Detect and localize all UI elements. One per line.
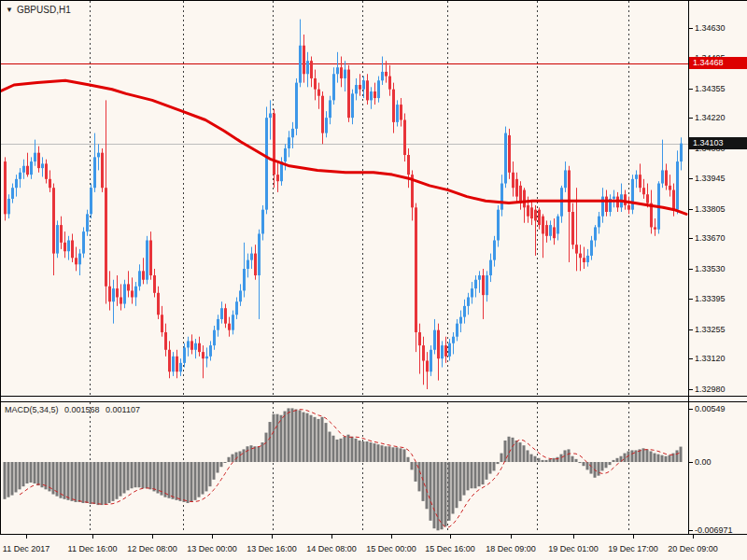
time-axis-label: 15 Dec 16:00 bbox=[425, 544, 475, 553]
macd-axis-label: -0.006971 bbox=[695, 525, 733, 535]
macd-indicator-label: MACD(5,34,5) 0.001568 0.001107 bbox=[5, 405, 144, 414]
time-axis-label: 19 Dec 01:00 bbox=[548, 544, 599, 553]
price-axis-label: 1.33530 bbox=[695, 264, 726, 273]
time-axis-label: 13 Dec 16:00 bbox=[247, 544, 297, 553]
price-axis-label: 1.33805 bbox=[695, 204, 726, 214]
time-axis-label: 20 Dec 09:00 bbox=[668, 544, 718, 553]
time-axis-label: 14 Dec 08:00 bbox=[306, 544, 357, 553]
price-axis-label: 1.34630 bbox=[695, 23, 726, 33]
time-axis-label: 11 Dec 2017 bbox=[3, 544, 49, 553]
time-axis-label: 18 Dec 09:00 bbox=[486, 544, 536, 553]
price-axis-label: 1.33120 bbox=[695, 354, 726, 363]
current-price-tag: 1.34103 bbox=[689, 137, 747, 149]
macd-main-value: 0.001568 bbox=[64, 405, 100, 414]
window-separator-handle[interactable] bbox=[0, 397, 747, 401]
chart-canvas[interactable] bbox=[0, 0, 747, 560]
symbol-timeframe-selector[interactable]: ▼ GBPUSD,H1 bbox=[6, 5, 71, 15]
time-axis-label: 11 Dec 16:00 bbox=[68, 544, 118, 553]
chart-window: ▼ GBPUSD,H1 MACD(5,34,5) 0.001568 0.0011… bbox=[0, 0, 747, 560]
price-axis-label: 1.33395 bbox=[695, 294, 726, 303]
price-axis-label: 1.33945 bbox=[695, 174, 726, 183]
macd-signal-value: 0.001107 bbox=[106, 405, 140, 414]
candlesticks-layer bbox=[4, 20, 683, 389]
macd-signal-line bbox=[20, 410, 681, 527]
price-axis-label: 1.32980 bbox=[695, 385, 726, 394]
macd-axis-label: 0.00 bbox=[695, 457, 712, 467]
price-axis-label: 1.33255 bbox=[695, 325, 726, 334]
resistance-price-tag: 1.34468 bbox=[689, 57, 747, 69]
macd-histogram bbox=[4, 408, 683, 530]
time-axis-label: 19 Dec 17:00 bbox=[608, 544, 658, 553]
macd-indicator-name: MACD(5,34,5) bbox=[5, 405, 59, 414]
time-axis-label: 12 Dec 08:00 bbox=[127, 544, 177, 553]
time-axis-label: 13 Dec 00:00 bbox=[187, 544, 237, 553]
price-axis-label: 1.34220 bbox=[695, 113, 726, 122]
macd-axis-label: 0.00549 bbox=[695, 404, 726, 413]
moving-average-line bbox=[0, 80, 686, 214]
price-axis-label: 1.33670 bbox=[695, 233, 726, 243]
chevron-down-icon[interactable]: ▼ bbox=[6, 6, 13, 15]
time-axis-label: 15 Dec 00:00 bbox=[366, 544, 416, 553]
price-axis-label: 1.34355 bbox=[695, 84, 726, 93]
symbol-timeframe-label: GBPUSD,H1 bbox=[17, 5, 71, 15]
